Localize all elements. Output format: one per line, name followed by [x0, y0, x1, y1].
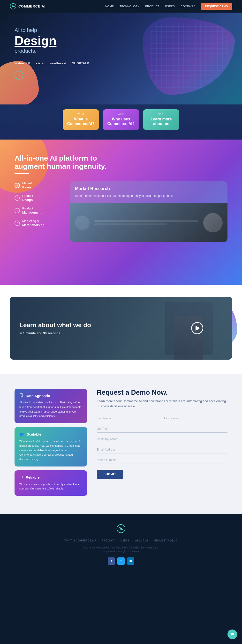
logo-cisco: cisco — [36, 62, 44, 65]
demo-form: SUBMIT — [97, 415, 227, 479]
footer-link-request-demo[interactable]: REQUEST A DEMO — [154, 539, 178, 542]
platform-title-underline — [15, 174, 29, 174]
nav-product[interactable]: PRODUCT — [145, 5, 159, 8]
scroll-down-button[interactable] — [15, 71, 23, 80]
feature-card-desc: We use extensive algorithms to verify an… — [19, 482, 82, 491]
feature-card-desc: Want multiple data sources, new competit… — [19, 439, 82, 462]
features-form-section: 🗄 Data Agnostic All data is good data, u… — [0, 374, 242, 514]
nav-users[interactable]: USERS — [165, 5, 175, 8]
nav-logo[interactable]: COMMERCE.AI — [10, 3, 46, 10]
platform-list: MarketResearch ProductDesign ProductMana… — [15, 181, 63, 242]
image-overlay — [70, 204, 227, 242]
info-card-what[interactable]: WHAT What is Commerce.AI? — [63, 109, 99, 130]
nav-links: HOME TECHNOLOGY PRODUCT USERS COMPANY RE… — [105, 3, 232, 10]
footer-nav: WHAT IS COMMERCE.AI? PRODUCT USERS ABOUT… — [15, 539, 227, 542]
platform-card-body: Market Research AI for market research. … — [70, 181, 227, 203]
nav-company[interactable]: COMPANY — [180, 5, 194, 8]
first-name-input[interactable] — [97, 415, 160, 422]
platform-item-market-research[interactable]: MarketResearch — [15, 181, 63, 190]
feature-card-header: 🛡 Reliable — [19, 475, 82, 480]
nav-technology[interactable]: TECHNOLOGY — [120, 5, 139, 8]
video-wrapper[interactable]: Learn about what we do In 1 minute and 3… — [10, 297, 232, 360]
video-container: Learn about what we do In 1 minute and 3… — [10, 297, 232, 360]
demo-form-column: Request a Demo Now. Learn more about Com… — [97, 388, 227, 500]
arrow-down-icon — [17, 74, 21, 77]
phone-input[interactable] — [97, 456, 227, 464]
platform-item-label: ProductDesign — [22, 194, 33, 202]
email-input[interactable] — [97, 446, 227, 454]
logo-seedinvest: seedInvest — [50, 62, 66, 65]
footer-address: Stop by our office at Plug And Play, 440… — [15, 546, 227, 554]
platform-content: MarketResearch ProductDesign ProductMana… — [15, 181, 227, 242]
hero-content: AI to help Design products. Walmart ✳ ci… — [15, 27, 121, 80]
submit-button[interactable]: SUBMIT — [97, 470, 123, 479]
check-icon — [15, 196, 20, 201]
svg-point-3 — [120, 528, 122, 530]
footer-logo — [15, 524, 227, 534]
info-cards-section: WHAT What is Commerce.AI? WHO Who uses C… — [0, 104, 242, 140]
platform-card-title: Market Research — [75, 186, 223, 191]
info-card-who-title: Who uses Commerce.AI? — [107, 117, 135, 126]
nav-home[interactable]: HOME — [105, 5, 114, 8]
footer-address-line1: Stop by our office at Plug And Play, 440… — [83, 546, 159, 549]
form-group-phone — [97, 456, 227, 464]
platform-item-product-management[interactable]: ProductManagement — [15, 206, 63, 215]
footer-link-what[interactable]: WHAT IS COMMERCE.AI? — [64, 539, 96, 542]
info-card-what-label: WHAT — [67, 113, 95, 116]
form-group-first-name — [97, 415, 160, 422]
form-title: Request a Demo Now. — [97, 388, 227, 396]
platform-card-desc: AI for market research. Find out market … — [75, 194, 223, 198]
platform-item-label: Marketing &Merchandising — [22, 219, 45, 227]
hero-title: Design — [15, 34, 121, 47]
logo-shoptalk: SHOPTALK — [72, 62, 89, 65]
twitter-button[interactable]: t — [117, 558, 125, 565]
job-title-input[interactable] — [97, 425, 227, 433]
facebook-button[interactable]: f — [108, 558, 115, 565]
info-card-what-title: What is Commerce.AI? — [67, 117, 95, 126]
hero-post-title: products. — [15, 48, 121, 54]
info-card-why[interactable]: WHY Learn more about us — [143, 109, 179, 130]
video-duration: In 1 minute and 30 seconds. — [19, 331, 223, 335]
info-card-why-title: Learn more about us — [147, 117, 175, 126]
form-subtitle: Learn more about Commerce.AI and how bra… — [97, 399, 227, 409]
info-card-who[interactable]: WHO Who uses Commerce.AI? — [103, 109, 139, 130]
feature-card-desc: All data is good data, until it's not. T… — [19, 400, 82, 418]
check-icon — [15, 208, 20, 213]
platform-card-image — [70, 204, 227, 242]
database-icon: 🗄 — [19, 394, 23, 398]
users-icon: 👥 — [19, 432, 24, 436]
hero-grid-texture — [150, 23, 228, 89]
feature-card-title: Data Agnostic — [26, 394, 50, 398]
footer-link-users[interactable]: USERS — [121, 539, 129, 542]
footer-link-about[interactable]: ABOUT US — [135, 539, 149, 542]
info-card-why-label: WHY — [147, 113, 175, 116]
check-icon — [15, 183, 20, 188]
logo-walmart: Walmart ✳ — [15, 62, 30, 65]
feature-card-title: Reliable — [26, 475, 40, 479]
feature-card-header: 🗄 Data Agnostic — [19, 394, 82, 398]
footer-link-product[interactable]: PRODUCT — [102, 539, 115, 542]
navbar: COMMERCE.AI HOME TECHNOLOGY PRODUCT USER… — [0, 0, 242, 12]
platform-section: All-in-one AI platform to augment human … — [0, 140, 242, 285]
last-name-input[interactable] — [164, 415, 227, 422]
info-card-who-label: WHO — [107, 113, 135, 116]
footer-logo-icon — [116, 524, 126, 534]
platform-item-label: ProductManagement — [22, 206, 41, 215]
platform-item-label: MarketResearch — [22, 181, 37, 190]
platform-item-product-design[interactable]: ProductDesign — [15, 194, 63, 202]
shield-icon: 🛡 — [19, 475, 23, 480]
video-section: Learn about what we do In 1 minute and 3… — [0, 285, 242, 374]
feature-card-title: Scalable — [27, 432, 41, 436]
linkedin-button[interactable]: in — [127, 558, 134, 565]
footer-social: f t in — [15, 558, 227, 565]
form-group-company — [97, 436, 227, 443]
request-demo-button[interactable]: REQUEST DEMO — [201, 3, 232, 10]
form-group-email — [97, 446, 227, 454]
form-row-name — [97, 415, 227, 425]
brand-name: COMMERCE.AI — [18, 4, 46, 8]
platform-feature-card: Market Research AI for market research. … — [70, 181, 227, 242]
features-column: 🗄 Data Agnostic All data is good data, u… — [15, 388, 87, 500]
company-input[interactable] — [97, 436, 227, 443]
video-play-button[interactable] — [191, 322, 203, 334]
platform-item-marketing[interactable]: Marketing &Merchandising — [15, 219, 63, 227]
